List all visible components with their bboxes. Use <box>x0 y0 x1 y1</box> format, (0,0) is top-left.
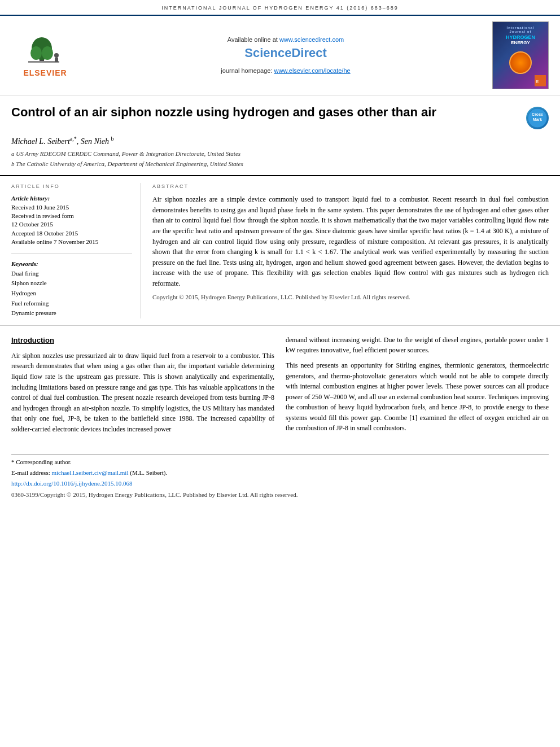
footnotes-section: * Corresponding author. E-mail address: … <box>11 454 549 488</box>
author2-name: Sen Nieh <box>81 137 109 146</box>
doi-link[interactable]: http://dx.doi.org/10.1016/j.ijhydene.201… <box>11 480 133 487</box>
keyword-3: Hydrogen <box>11 289 132 299</box>
sciencedirect-url[interactable]: www.sciencedirect.com <box>279 36 344 43</box>
available-online: Available online 7 November 2015 <box>11 238 132 246</box>
journal-header-strip: International Journal of Hydrogen Energy… <box>0 0 560 16</box>
article-info-column: Article Info Article history: Received 1… <box>11 183 141 318</box>
sciencedirect-logo: ScienceDirect <box>79 45 492 62</box>
body-col-right: demand without increasing weight. Due to… <box>286 335 549 439</box>
journal-cover-thumbnail: InternationalJournal of HYDROGEN ENERGY … <box>492 21 549 89</box>
authors-line: Michael L. Seiberta,*, Sen Nieh b <box>11 135 549 147</box>
body-section: Introduction Air siphon nozzles use pres… <box>0 326 560 448</box>
svg-point-5 <box>54 53 59 58</box>
article-info-label: Article Info <box>11 183 132 190</box>
divider1 <box>11 254 132 254</box>
body-col-left: Introduction Air siphon nozzles use pres… <box>11 335 274 439</box>
cover-icon <box>509 51 532 74</box>
svg-point-3 <box>42 46 53 60</box>
journal-homepage: journal homepage: www.elsevier.com/locat… <box>79 67 492 75</box>
elsevier-brand: ELSEVIER <box>23 68 67 79</box>
email-suffix: (M.L. Seibert). <box>130 469 167 476</box>
abstract-paragraph: Air siphon nozzles are a simple device c… <box>152 194 549 289</box>
intro-col2-p2: This need presents an opportunity for St… <box>286 360 549 434</box>
journal-title-top: International Journal of Hydrogen Energy… <box>161 5 399 11</box>
abstract-column: Abstract Air siphon nozzles are a simple… <box>152 183 549 318</box>
introduction-title: Introduction <box>11 335 274 346</box>
history-label: Article history: <box>11 194 132 203</box>
received1: Received 10 June 2015 <box>11 203 132 212</box>
bottom-bar: 0360-3199/Copyright © 2015, Hydrogen Ene… <box>11 491 549 499</box>
body-two-col: Introduction Air siphon nozzles use pres… <box>11 335 549 439</box>
available-online-text: Available online at www.sciencedirect.co… <box>79 36 492 44</box>
affiliation-a: a US Army RDECOM CERDEC Command, Power &… <box>11 149 549 159</box>
cover-hydrogen: HYDROGEN <box>506 34 535 41</box>
abstract-label: Abstract <box>152 183 549 190</box>
article-info-abstract-section: Article Info Article history: Received 1… <box>0 176 560 326</box>
corresponding-author: * Corresponding author. <box>11 458 549 466</box>
crossmark-icon: Cross Mark <box>526 107 549 129</box>
svg-text:Cross: Cross <box>532 112 543 116</box>
svg-point-2 <box>30 46 42 60</box>
center-header: Available online at www.sciencedirect.co… <box>79 36 492 75</box>
svg-rect-6 <box>55 58 58 62</box>
sciencedirect-logo-direct: Direct <box>291 46 326 60</box>
intro-p1: Air siphon nozzles use pressurized air t… <box>11 351 274 435</box>
elsevier-tree-icon <box>23 32 68 65</box>
keyword-2: Siphon nozzle <box>11 278 132 289</box>
cover-badge: E <box>535 75 546 86</box>
article-main-title: Control of an air siphon nozzle using hy… <box>11 104 520 121</box>
abstract-text: Air siphon nozzles are a simple device c… <box>152 194 549 302</box>
cover-intl: InternationalJournal of <box>506 26 535 34</box>
article-title-section: Control of an air siphon nozzle using hy… <box>0 95 560 176</box>
logo-area: ELSEVIER Available online at www.science… <box>0 16 560 95</box>
svg-text:Mark: Mark <box>533 117 542 121</box>
cover-energy: ENERGY <box>506 40 535 46</box>
email-label: E-mail address: <box>11 469 50 476</box>
journal-homepage-link[interactable]: www.elsevier.com/locate/he <box>274 67 351 74</box>
article-history: Article history: Received 10 June 2015 R… <box>11 194 132 246</box>
received2-date: 12 October 2015 <box>11 220 132 229</box>
copyright-text: Copyright © 2015, Hydrogen Energy Public… <box>152 292 549 302</box>
accepted: Accepted 18 October 2015 <box>11 229 132 238</box>
keyword-1: Dual firing <box>11 269 132 279</box>
affiliations: a US Army RDECOM CERDEC Command, Power &… <box>11 149 549 169</box>
sciencedirect-logo-science: Science <box>244 46 291 60</box>
elsevier-logo: ELSEVIER <box>11 32 79 79</box>
keyword-4: Fuel reforming <box>11 299 132 309</box>
author2-sup: b <box>111 136 113 142</box>
crossmark-badge: Cross Mark <box>526 107 549 129</box>
issn-copyright: 0360-3199/Copyright © 2015, Hydrogen Ene… <box>11 491 298 498</box>
author-separator: , <box>77 137 81 146</box>
intro-col2-p1: demand without increasing weight. Due to… <box>286 335 549 356</box>
keyword-5: Dynamic pressure <box>11 308 132 318</box>
affiliation-b: b The Catholic University of America, De… <box>11 159 549 169</box>
keywords-section: Keywords: Dual firing Siphon nozzle Hydr… <box>11 259 132 318</box>
author1-sup: a,* <box>70 136 77 142</box>
received2: Received in revised form <box>11 212 132 220</box>
author1-name: Michael L. Seibert <box>11 137 70 146</box>
email-footnote: E-mail address: michael.l.seibert.civ@ma… <box>11 469 549 477</box>
email-link[interactable]: michael.l.seibert.civ@mail.mil <box>51 469 128 476</box>
doi-footnote: http://dx.doi.org/10.1016/j.ijhydene.201… <box>11 479 549 488</box>
svg-rect-4 <box>28 61 59 63</box>
corresponding-label: * Corresponding author. <box>11 458 72 465</box>
keywords-label: Keywords: <box>11 260 38 267</box>
svg-text:E: E <box>536 79 539 84</box>
